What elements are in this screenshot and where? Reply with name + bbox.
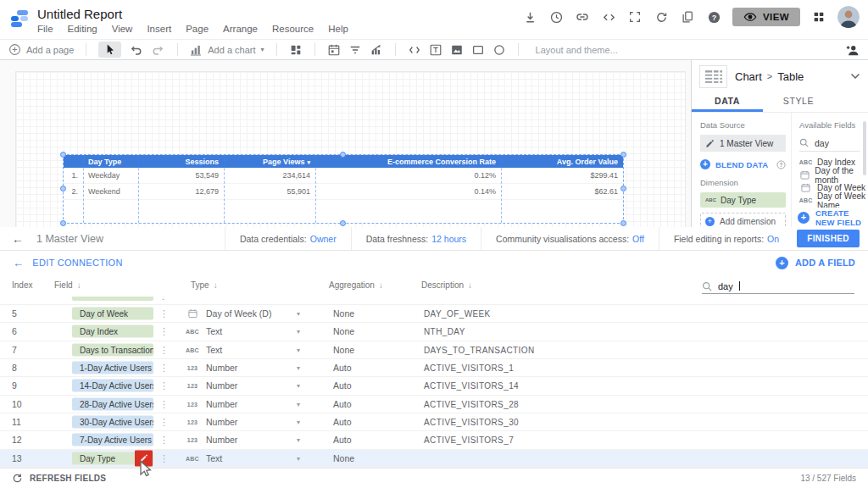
field-aggregation[interactable]: None: [333, 308, 354, 319]
field-name-chip[interactable]: 30-Day Active Users: [72, 416, 153, 429]
field-type-value[interactable]: Number: [206, 380, 237, 391]
table-col-header[interactable]: Avg. Order Value: [501, 158, 623, 166]
field-aggregation[interactable]: None: [333, 345, 354, 355]
report-title[interactable]: Untitled Report: [37, 6, 348, 24]
table-chart[interactable]: Day TypeSessionsPage Views▾E-commerce Co…: [64, 155, 623, 223]
field-name-chip[interactable]: Days to Transaction: [72, 343, 153, 356]
selection-handle[interactable]: [340, 152, 346, 158]
layout-theme-button[interactable]: Layout and theme...: [536, 45, 618, 55]
link-icon[interactable]: [575, 9, 590, 25]
field-aggregation[interactable]: Auto: [333, 399, 352, 409]
community-visualizations-icon[interactable]: [289, 43, 303, 57]
more-options-icon[interactable]: ⋮: [159, 363, 169, 374]
view-button[interactable]: VIEW: [732, 8, 800, 26]
type-dropdown-icon[interactable]: ▾: [297, 364, 300, 372]
field-type-value[interactable]: Number: [206, 399, 237, 409]
available-fields-search[interactable]: day: [799, 135, 860, 152]
type-dropdown-icon[interactable]: ▾: [297, 454, 300, 462]
type-dropdown-icon[interactable]: ▾: [297, 328, 300, 336]
apps-grid-icon[interactable]: [811, 9, 826, 25]
field-aggregation[interactable]: Auto: [333, 417, 352, 427]
type-dropdown-icon[interactable]: ▾: [297, 382, 300, 390]
type-dropdown-icon[interactable]: ▾: [297, 346, 300, 353]
report-page[interactable]: Day TypeSessionsPage Views▾E-commerce Co…: [15, 71, 686, 227]
undo-button[interactable]: [129, 43, 143, 56]
add-a-field-button[interactable]: + ADD A FIELD: [776, 257, 855, 269]
col-header-aggregation[interactable]: Aggregation↓: [329, 280, 383, 290]
back-arrow-icon[interactable]: ←: [12, 232, 24, 246]
help-icon[interactable]: ?: [706, 9, 721, 25]
source-setting[interactable]: Field editing in reports:On: [659, 227, 793, 250]
data-source-chip[interactable]: 1 Master View: [700, 135, 786, 152]
field-type-value[interactable]: Text: [206, 453, 222, 463]
field-row[interactable]: 1028-Day Active Users⋮123Number▾AutoACTI…: [0, 396, 868, 413]
selection-handle[interactable]: [620, 186, 626, 191]
field-name-chip[interactable]: Day of Week: [72, 308, 153, 320]
refresh-fields-button[interactable]: REFRESH FIELDS: [12, 473, 106, 484]
refresh-icon[interactable]: [654, 9, 669, 25]
more-options-icon[interactable]: ⋮: [159, 326, 169, 337]
fullscreen-icon[interactable]: [627, 9, 643, 25]
source-setting[interactable]: Data freshness:12 hours: [351, 227, 481, 250]
table-col-header[interactable]: Sessions: [138, 158, 224, 166]
col-header-type[interactable]: Type↓: [191, 280, 218, 290]
more-options-icon[interactable]: ⋮: [159, 380, 169, 391]
field-aggregation[interactable]: None: [333, 326, 354, 336]
field-row[interactable]: 13Day Type⋮ABCText▾None: [0, 450, 868, 468]
add-chart-button[interactable]: Add a chart ▾: [190, 44, 264, 56]
add-page-button[interactable]: Add a page: [8, 43, 74, 56]
blend-data-button[interactable]: + BLEND DATA ?: [700, 159, 786, 169]
circle-tool-icon[interactable]: [492, 43, 506, 57]
type-dropdown-icon[interactable]: ▾: [297, 400, 300, 408]
field-name-chip[interactable]: Day Index: [72, 325, 153, 338]
more-options-icon[interactable]: ⋮: [159, 417, 169, 428]
table-col-header[interactable]: E-commerce Conversion Rate: [315, 158, 501, 166]
history-icon[interactable]: [548, 9, 564, 25]
field-row[interactable]: 914-Day Active Users⋮123Number▾AutoACTIV…: [0, 377, 868, 395]
menu-help[interactable]: Help: [328, 24, 348, 34]
selection-handle[interactable]: [60, 220, 66, 226]
edit-connection-button[interactable]: ← EDIT CONNECTION: [13, 257, 123, 269]
col-header-description[interactable]: Description↓: [421, 280, 472, 290]
selection-handle[interactable]: [620, 220, 626, 226]
available-field-item[interactable]: ABCDay of Week Name: [799, 194, 868, 207]
field-name-chip[interactable]: 14-Day Active Users: [72, 380, 153, 392]
field-name-chip[interactable]: 7-Day Active Users: [72, 434, 153, 446]
selection-handle[interactable]: [340, 220, 346, 226]
selection-handle[interactable]: [60, 186, 66, 191]
field-type-value[interactable]: Number: [206, 435, 237, 445]
download-icon[interactable]: [522, 9, 537, 25]
menu-view[interactable]: View: [112, 24, 133, 34]
add-dimension-button[interactable]: + Add dimension: [700, 213, 786, 227]
panel-chevron-down-icon[interactable]: [850, 73, 860, 80]
chart-type-breadcrumb[interactable]: Chart > Table: [735, 70, 804, 83]
source-setting[interactable]: Data credentials:Owner: [225, 227, 351, 250]
field-aggregation[interactable]: Auto: [333, 380, 352, 391]
panel-scrollbar[interactable]: [863, 121, 866, 175]
field-type-value[interactable]: Number: [206, 417, 237, 427]
create-new-field-button[interactable]: + CREATE NEW FIELD: [792, 208, 868, 227]
url-embed-icon[interactable]: [408, 44, 421, 56]
table-col-header[interactable]: Page Views▾: [224, 158, 315, 166]
avatar[interactable]: [837, 6, 860, 28]
field-row[interactable]: 5Day of Week⋮Day of Week (D)▾NoneDAY_OF_…: [0, 305, 868, 323]
text-tool-icon[interactable]: [429, 43, 442, 57]
embed-code-icon[interactable]: [601, 9, 616, 25]
report-canvas[interactable]: Day TypeSessionsPage Views▾E-commerce Co…: [0, 60, 687, 227]
more-options-icon[interactable]: ⋮: [159, 398, 169, 409]
image-tool-icon[interactable]: [450, 43, 464, 57]
field-row[interactable]: 1130-Day Active Users⋮123Number▾AutoACTI…: [0, 413, 868, 431]
menu-editing[interactable]: Editing: [68, 24, 97, 34]
menu-arrange[interactable]: Arrange: [223, 24, 258, 34]
copy-report-icon[interactable]: [680, 9, 695, 25]
field-type-value[interactable]: Text: [206, 345, 222, 355]
field-aggregation[interactable]: Auto: [333, 363, 352, 373]
menu-insert[interactable]: Insert: [147, 24, 171, 34]
more-options-icon[interactable]: ⋮: [159, 308, 169, 319]
menu-file[interactable]: File: [37, 24, 53, 34]
more-options-icon[interactable]: ⋮: [159, 435, 169, 446]
rectangle-tool-icon[interactable]: [471, 43, 485, 57]
redo-button[interactable]: [151, 43, 165, 56]
data-studio-logo-icon[interactable]: [8, 8, 31, 30]
more-options-icon[interactable]: ⋮: [159, 344, 169, 355]
